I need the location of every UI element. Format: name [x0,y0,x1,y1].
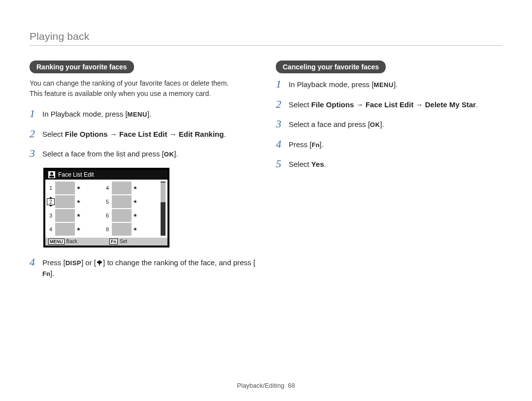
face-thumb [112,223,132,236]
page: Playing back Ranking your favorite faces… [0,0,532,287]
bold: Edit Ranking [179,130,224,138]
ok-key: OK [164,150,174,159]
text: Select a face from the list and press [ [42,150,164,158]
face-thumb [112,182,132,194]
bold: Yes [311,160,324,168]
rank: 3 [47,213,54,218]
face-row: 5★ [104,195,160,208]
scrollbar-thumb [161,183,166,202]
rank: 4 [104,185,111,191]
face-thumb [55,223,75,236]
step-num: 3 [30,148,42,159]
text: ]. [320,140,324,149]
fn-key: Fn [42,269,50,279]
footer-set: FnSet [106,238,167,246]
face-row: 4★ [104,182,160,194]
screen-footer: MENUBack FnSet [45,238,167,246]
step-num: 2 [276,98,289,110]
footer-back: MENUBack [45,238,106,246]
fn-key-mini: Fn [109,239,118,245]
rank: 6 [104,213,111,218]
step-body: Select a face from the list and press [O… [42,148,256,160]
fn-key: Fn [312,140,320,150]
left-step-2: 2 Select File Options → Face List Edit →… [30,128,256,140]
bold: Face List Edit [366,100,414,109]
text: ]. [50,269,54,278]
svg-rect-2 [49,176,54,178]
step-body: Select Yes. [289,158,502,170]
step-num: 4 [276,138,289,150]
text: . [476,100,478,109]
face-row: 3★ [47,209,103,222]
step-body: Press [Fn]. [289,138,502,151]
star-icon: ★ [133,199,137,204]
pill-ranking: Ranking your favorite faces [30,61,134,73]
right-step-2: 2 Select File Options → Face List Edit →… [276,98,502,111]
star-icon: ★ [133,213,137,218]
intro-text: You can change the ranking of your favor… [30,78,256,99]
face-row: 2★ [47,195,103,208]
text: . [324,160,326,168]
text: In Playback mode, press [ [42,110,128,118]
rank: 8 [104,226,111,232]
face-list-icon [48,171,55,178]
face-row: 1★ [47,182,103,194]
right-step-3: 3 Select a face and press [OK]. [276,118,502,130]
left-step-3: 3 Select a face from the list and press … [30,148,256,160]
col-right: Canceling your favorite faces 1 In Playb… [276,61,502,287]
text: ]. [174,150,178,158]
text: In Playback mode, press [ [289,80,374,89]
step-body: Select File Options → Face List Edit → E… [42,128,256,140]
arrow: → [413,100,425,109]
arrow: → [354,100,366,109]
face-row: 6★ [104,209,160,222]
face-thumb [55,182,75,194]
svg-point-1 [50,172,53,175]
back-label: Back [66,239,77,244]
intro-line2: This feature is available only when you … [30,90,211,97]
text: ]. [394,80,398,89]
step-body: Press [DISP] or [] to change the ranking… [42,256,256,279]
arrow: → [108,130,119,138]
text: Press [ [289,140,312,149]
step-body: In Playback mode, press [MENU]. [42,108,256,120]
bold: File Options [311,100,354,109]
star-icon: ★ [76,199,81,204]
screen-mock: Face List Edit 1★ 2★ 3★ 4★ 4★ 5★ 6★ 8★ [43,168,169,247]
text: Select [42,130,65,138]
face-row: 8★ [104,223,160,236]
footer-section: Playback/Editing [237,382,284,389]
text: ]. [380,120,384,128]
step-num: 5 [276,158,289,170]
screen-title: Face List Edit [58,171,94,178]
columns: Ranking your favorite faces You can chan… [30,61,502,287]
face-col-left: 1★ 2★ 3★ 4★ [47,182,103,236]
rank-selected: 2 [47,199,54,205]
text: ] or [ [81,258,96,267]
left-step-1: 1 In Playback mode, press [MENU]. [30,108,256,120]
macro-icon [96,259,103,266]
screen-header: Face List Edit [45,170,167,180]
step-num: 2 [30,128,42,140]
bold: File Options [65,130,108,138]
rank: 4 [47,226,54,232]
text: ]. [147,110,151,118]
star-icon: ★ [133,185,137,190]
page-footer: Playback/Editing 68 [0,382,532,389]
star-icon: ★ [76,226,81,232]
step-body: Select a face and press [OK]. [289,118,502,130]
face-col-right: 4★ 5★ 6★ 8★ [104,182,160,236]
face-thumb [55,195,75,208]
star-icon: ★ [76,213,81,218]
arrow: → [167,130,178,138]
bold: Delete My Star [425,100,476,109]
step-num: 3 [276,118,289,130]
menu-key-mini: MENU [48,239,65,245]
text: Press [ [42,258,66,267]
face-thumb [112,209,132,222]
pill-canceling: Canceling your favorite faces [276,61,386,73]
text: . [224,130,226,138]
step-num: 4 [30,256,42,268]
face-thumb [112,195,132,208]
rank: 5 [104,199,111,205]
